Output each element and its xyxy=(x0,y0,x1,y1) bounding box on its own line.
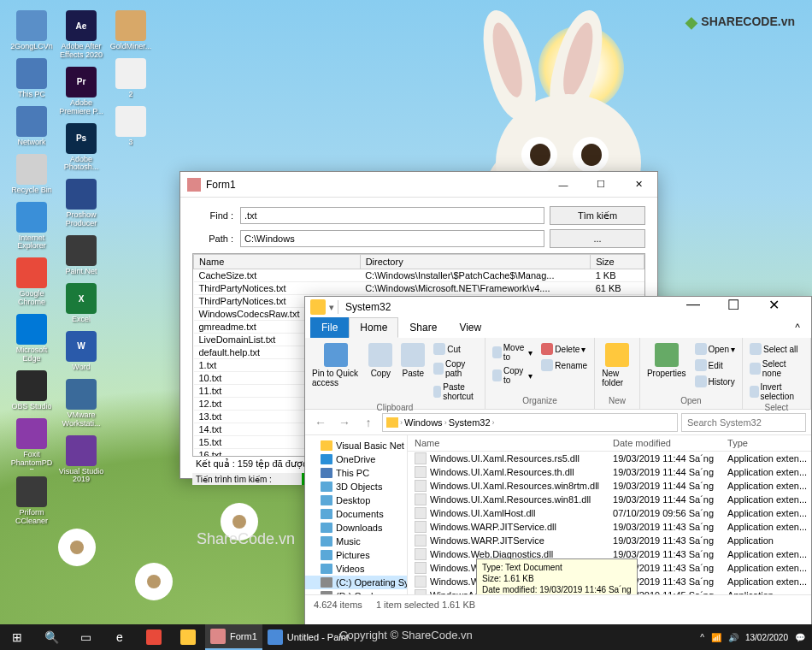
system-tray[interactable]: ^ 📶 🔊 13/02/2020 💬 xyxy=(693,633,812,642)
desktop-icon[interactable]: This PC xyxy=(9,58,55,99)
desktop-icon[interactable]: Visual Studio 2019 xyxy=(58,435,104,485)
column-header[interactable]: Type xyxy=(721,435,811,452)
history-button[interactable]: History xyxy=(693,374,737,389)
taskbar-start[interactable]: ⊞ xyxy=(0,624,34,650)
forward-button[interactable]: → xyxy=(334,412,355,433)
up-button[interactable]: ↑ xyxy=(358,412,379,433)
form1-titlebar[interactable]: Form1 — ☐ ✕ xyxy=(180,172,657,198)
file-row[interactable]: Windows.UI.Xaml.Resources.win8rtm.dll19/… xyxy=(408,479,811,493)
desktop-icon[interactable]: Network xyxy=(9,106,55,147)
desktop-icon[interactable]: Paint.Net xyxy=(58,235,104,276)
breadcrumb[interactable]: › Windows › System32 › xyxy=(382,413,678,432)
file-row[interactable]: Windows.WARP.JITService.dll19/03/2019 11… xyxy=(408,520,811,534)
taskbar-form1[interactable]: Form1 xyxy=(205,624,262,650)
desktop-icon[interactable]: OBS Studio xyxy=(9,370,55,411)
browse-button[interactable]: ... xyxy=(550,229,645,248)
invertsel-button[interactable]: Invert selection xyxy=(748,381,805,403)
maximize-button[interactable]: ☐ xyxy=(727,297,765,317)
minimize-button[interactable]: — xyxy=(544,172,582,198)
tree-node[interactable]: (C:) Operating Sy xyxy=(305,576,407,589)
open-button[interactable]: Open▾ xyxy=(693,341,737,357)
maximize-button[interactable]: ☐ xyxy=(582,172,620,198)
path-input[interactable] xyxy=(240,230,544,247)
tree-node[interactable]: Desktop xyxy=(305,493,407,507)
desktop-icon[interactable]: Priform CCleaner xyxy=(9,476,55,526)
desktop-icon[interactable]: 2GongLCVn xyxy=(9,10,55,51)
crumb[interactable]: System32 xyxy=(449,417,491,428)
desktop-icon[interactable]: AeAdobe After Effects 2020 xyxy=(58,10,104,60)
pin-button[interactable]: Pin to Quick access xyxy=(310,341,362,403)
close-button[interactable]: ✕ xyxy=(768,297,806,317)
tree-node[interactable]: Music xyxy=(305,535,407,548)
taskbar-search[interactable]: 🔍 xyxy=(34,624,68,650)
desktop-icon[interactable]: 3 xyxy=(108,106,154,147)
desktop-icon[interactable]: GoldMiner... xyxy=(108,10,154,51)
tab-view[interactable]: View xyxy=(448,317,492,338)
file-row[interactable]: Windows.UI.Xaml.Resources.rs5.dll19/03/2… xyxy=(408,452,811,466)
taskbar-explorer[interactable] xyxy=(171,624,205,650)
tree-node[interactable]: Videos xyxy=(305,562,407,576)
desktop-icon[interactable]: WWord xyxy=(58,331,104,372)
copyto-button[interactable]: Copy to▾ xyxy=(491,364,534,387)
desktop-icon[interactable]: PrAdobe Premiere P... xyxy=(58,67,104,116)
column-header[interactable]: Name xyxy=(408,435,606,452)
desktop-icon[interactable]: Internet Explorer xyxy=(9,202,55,251)
taskbar-paint[interactable]: Untitled - Paint xyxy=(262,624,354,650)
tab-home[interactable]: Home xyxy=(349,317,398,338)
ribbon-collapse-icon[interactable]: ^ xyxy=(784,317,811,338)
tree-node[interactable]: Visual Basic Net xyxy=(305,439,407,452)
tree-node[interactable]: 3D Objects xyxy=(305,480,407,493)
result-row[interactable]: CacheSize.txtC:\Windows\Installer\$Patch… xyxy=(194,269,644,282)
column-header[interactable]: Date modified xyxy=(606,435,721,452)
paste-button[interactable]: Paste xyxy=(399,341,427,403)
minimize-button[interactable]: — xyxy=(686,297,724,317)
selectall-button[interactable]: Select all xyxy=(748,341,805,357)
search-input[interactable] xyxy=(681,413,806,432)
desktop-icon[interactable]: Recycle Bin xyxy=(9,154,55,195)
network-icon[interactable]: 📶 xyxy=(711,633,721,642)
clock[interactable]: 13/02/2020 xyxy=(745,633,788,642)
column-header[interactable]: Name xyxy=(194,255,361,269)
newfolder-button[interactable]: New folder xyxy=(600,341,634,396)
tree-node[interactable]: OneDrive xyxy=(305,452,407,466)
file-row[interactable]: Windows.UI.Xaml.Resources.th.dll19/03/20… xyxy=(408,465,811,479)
taskbar-chrome[interactable] xyxy=(137,624,171,650)
desktop-icon[interactable]: 2 xyxy=(108,58,154,99)
result-row[interactable]: ThirdPartyNotices.txtC:\Windows\Microsof… xyxy=(194,282,644,295)
properties-button[interactable]: Properties xyxy=(645,341,688,396)
tree-node[interactable]: (D:) Cache xyxy=(305,589,407,594)
moveto-button[interactable]: Move to▾ xyxy=(491,341,534,363)
column-header[interactable]: Size xyxy=(591,255,644,269)
desktop-icon[interactable]: XExcel xyxy=(58,283,104,324)
cut-button[interactable]: Cut xyxy=(432,341,480,357)
column-header[interactable]: Directory xyxy=(360,255,591,269)
copy-button[interactable]: Copy xyxy=(367,341,394,403)
taskbar-taskview[interactable]: ▭ xyxy=(68,624,103,650)
tree-node[interactable]: Downloads xyxy=(305,521,407,535)
file-row[interactable]: Windows.WARP.JITService19/03/2019 11:43 … xyxy=(408,534,811,547)
back-button[interactable]: ← xyxy=(310,412,331,433)
tab-file[interactable]: File xyxy=(310,317,349,338)
tree-node[interactable]: Pictures xyxy=(305,548,407,562)
desktop-icon[interactable]: Foxit PhantomPDF xyxy=(9,418,55,470)
desktop-icon[interactable]: Google Chrome xyxy=(9,257,55,307)
tree-node[interactable]: Documents xyxy=(305,507,407,521)
file-list[interactable]: NameDate modifiedTypeSizeWindows.UI.Xaml… xyxy=(408,435,811,594)
crumb[interactable]: Windows xyxy=(404,417,443,428)
notifications-icon[interactable]: 💬 xyxy=(795,633,805,642)
close-button[interactable]: ✕ xyxy=(620,172,657,198)
edit-button[interactable]: Edit xyxy=(693,358,737,373)
desktop-icon[interactable]: VMware Workstati... xyxy=(58,379,104,428)
pasteshortcut-button[interactable]: Paste shortcut xyxy=(432,381,480,403)
taskbar-edge[interactable]: e xyxy=(103,624,137,650)
copypath-button[interactable]: Copy path xyxy=(432,358,480,380)
nav-tree[interactable]: Visual Basic NetOneDriveThis PC3D Object… xyxy=(305,435,408,594)
selectnone-button[interactable]: Select none xyxy=(748,358,805,380)
search-button[interactable]: Tìm kiếm xyxy=(550,206,645,225)
qat-save-icon[interactable]: ▾ xyxy=(329,302,334,313)
volume-icon[interactable]: 🔊 xyxy=(728,633,738,642)
rename-button[interactable]: Rename xyxy=(539,358,589,373)
desktop-icon[interactable]: Microsoft Edge xyxy=(9,314,55,363)
file-row[interactable]: Windows.UI.Xaml.Resources.win81.dll19/03… xyxy=(408,493,811,506)
delete-button[interactable]: Delete▾ xyxy=(539,341,589,357)
